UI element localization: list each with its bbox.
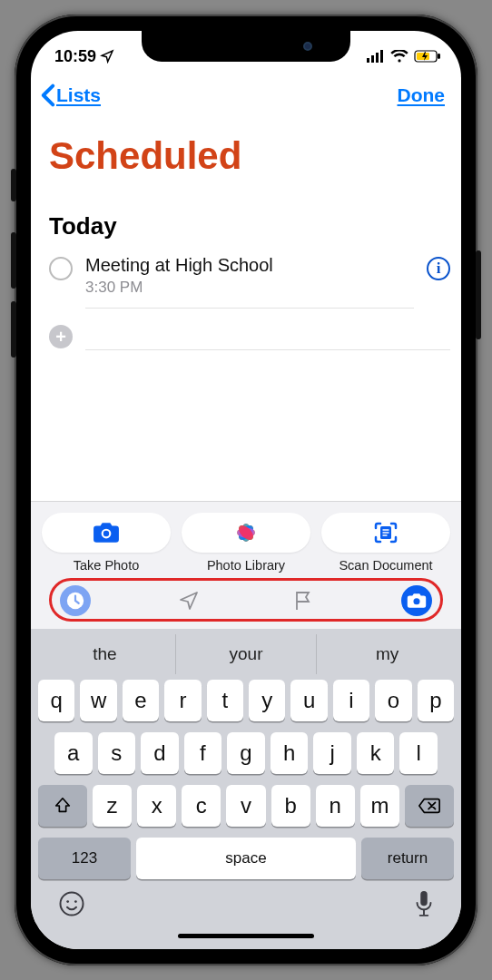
suggestion[interactable]: the bbox=[34, 634, 176, 674]
key-t[interactable]: t bbox=[207, 680, 243, 721]
section-heading: Today bbox=[31, 185, 461, 250]
scan-document-button[interactable] bbox=[321, 513, 450, 553]
reminder-body[interactable]: Meeting at High School 3:30 PM bbox=[85, 255, 414, 309]
navigation-bar: Lists Done bbox=[31, 74, 461, 113]
suggestion[interactable]: my bbox=[317, 634, 458, 674]
key-row-bottom: 123 space return bbox=[34, 832, 458, 885]
keyboard: the your my q w e r t y u i o p a s d f bbox=[31, 629, 461, 949]
key-e[interactable]: e bbox=[123, 680, 159, 721]
reminder-time: 3:30 PM bbox=[85, 279, 414, 297]
svg-point-22 bbox=[74, 900, 77, 903]
key-p[interactable]: p bbox=[418, 680, 454, 721]
camera-icon bbox=[407, 593, 427, 609]
wifi-icon bbox=[390, 50, 408, 63]
shift-icon bbox=[53, 796, 73, 816]
key-q[interactable]: q bbox=[38, 680, 74, 721]
clock-icon bbox=[65, 591, 85, 611]
key-b[interactable]: b bbox=[271, 785, 310, 827]
take-photo-button[interactable] bbox=[42, 513, 171, 553]
key-o[interactable]: o bbox=[375, 680, 411, 721]
screen: 10:59 Lists Done Scheduled Today Meeting… bbox=[31, 31, 461, 949]
reminder-row[interactable]: Meeting at High School 3:30 PM i bbox=[31, 250, 461, 316]
svg-rect-2 bbox=[376, 53, 379, 63]
camera-tool-button[interactable] bbox=[401, 585, 432, 616]
mute-switch bbox=[11, 169, 16, 201]
status-time: 10:59 bbox=[54, 47, 96, 66]
power-button bbox=[476, 250, 481, 339]
key-123[interactable]: 123 bbox=[38, 838, 131, 879]
key-s[interactable]: s bbox=[98, 732, 136, 774]
key-c[interactable]: c bbox=[182, 785, 221, 827]
key-x[interactable]: x bbox=[137, 785, 176, 827]
suggestion-row: the your my bbox=[34, 634, 458, 674]
emoji-icon bbox=[58, 890, 85, 917]
emoji-button[interactable] bbox=[58, 890, 85, 921]
key-h[interactable]: h bbox=[271, 732, 309, 774]
volume-down-button bbox=[11, 301, 16, 358]
home-indicator[interactable] bbox=[178, 934, 314, 938]
scan-document-label: Scan Document bbox=[339, 558, 432, 573]
svg-rect-5 bbox=[438, 54, 440, 59]
key-n[interactable]: n bbox=[316, 785, 355, 827]
add-reminder-row[interactable]: + bbox=[31, 316, 461, 358]
camera-dot bbox=[303, 42, 312, 51]
add-icon[interactable]: + bbox=[49, 325, 73, 348]
camera-icon bbox=[93, 522, 120, 544]
key-return[interactable]: return bbox=[361, 838, 454, 879]
key-j[interactable]: j bbox=[313, 732, 351, 774]
reminder-title: Meeting at High School bbox=[85, 255, 414, 276]
svg-point-8 bbox=[103, 531, 109, 536]
key-row-2: a s d f g h j k l bbox=[34, 727, 458, 779]
location-icon bbox=[100, 49, 114, 64]
spacer bbox=[31, 358, 461, 501]
back-label: Lists bbox=[56, 84, 101, 106]
take-photo-label: Take Photo bbox=[74, 558, 140, 573]
key-space[interactable]: space bbox=[136, 838, 356, 879]
keyboard-under-row bbox=[34, 885, 458, 925]
key-k[interactable]: k bbox=[357, 732, 395, 774]
add-input-line[interactable] bbox=[85, 323, 450, 350]
svg-point-20 bbox=[61, 893, 84, 916]
attachment-bar: Take Photo Photo Library Scan Document bbox=[31, 501, 461, 629]
volume-up-button bbox=[11, 232, 16, 289]
phone-frame: 10:59 Lists Done Scheduled Today Meeting… bbox=[15, 15, 477, 965]
key-d[interactable]: d bbox=[141, 732, 179, 774]
key-y[interactable]: y bbox=[249, 680, 285, 721]
time-tool-button[interactable] bbox=[60, 585, 91, 616]
key-v[interactable]: v bbox=[226, 785, 265, 827]
suggestion[interactable]: your bbox=[176, 634, 318, 674]
reminder-tool-row bbox=[42, 582, 450, 625]
key-backspace[interactable] bbox=[405, 785, 454, 827]
backspace-icon bbox=[418, 797, 441, 815]
cellular-icon bbox=[367, 50, 385, 63]
key-a[interactable]: a bbox=[54, 732, 93, 774]
key-r[interactable]: r bbox=[164, 680, 201, 721]
back-button[interactable]: Lists bbox=[40, 83, 101, 107]
location-tool-button[interactable] bbox=[173, 585, 204, 616]
key-f[interactable]: f bbox=[184, 732, 222, 774]
key-g[interactable]: g bbox=[227, 732, 265, 774]
key-m[interactable]: m bbox=[360, 785, 399, 827]
flower-icon bbox=[233, 520, 259, 545]
key-l[interactable]: l bbox=[399, 732, 438, 774]
flag-tool-button[interactable] bbox=[288, 585, 319, 616]
key-z[interactable]: z bbox=[93, 785, 132, 827]
page-title: Scheduled bbox=[31, 113, 461, 185]
photo-library-label: Photo Library bbox=[207, 558, 285, 573]
info-button[interactable]: i bbox=[427, 257, 450, 280]
chevron-left-icon bbox=[40, 83, 56, 107]
notch bbox=[142, 31, 350, 62]
key-i[interactable]: i bbox=[333, 680, 369, 721]
done-button[interactable]: Done bbox=[398, 84, 446, 106]
photo-library-button[interactable] bbox=[182, 513, 310, 553]
key-row-1: q w e r t y u i o p bbox=[34, 674, 458, 727]
key-shift[interactable] bbox=[38, 785, 87, 827]
navigate-icon bbox=[178, 590, 200, 612]
svg-rect-3 bbox=[380, 50, 383, 63]
key-w[interactable]: w bbox=[80, 680, 116, 721]
dictation-button[interactable] bbox=[414, 890, 434, 921]
svg-point-19 bbox=[413, 598, 419, 604]
key-u[interactable]: u bbox=[290, 680, 327, 721]
complete-toggle[interactable] bbox=[49, 257, 73, 280]
mic-icon bbox=[414, 890, 434, 917]
